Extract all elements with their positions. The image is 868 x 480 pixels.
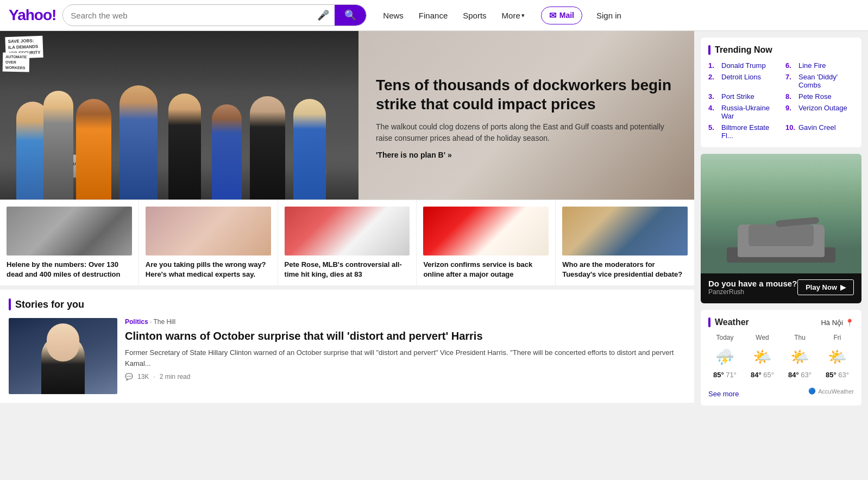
- weather-header: Weather Hà Nội 📍: [708, 317, 854, 327]
- trending-item-7[interactable]: 8. Pete Rose: [785, 92, 854, 101]
- trending-title: Trending Now: [708, 45, 854, 55]
- yahoo-logo[interactable]: Yahoo!: [9, 7, 56, 24]
- trending-text-2: Port Strike: [721, 92, 754, 101]
- trending-num-9: 10.: [785, 123, 796, 132]
- trending-item-3[interactable]: 4. Russia-Ukraine War: [708, 104, 777, 120]
- trending-num-3: 4.: [708, 104, 719, 112]
- hero-text-area: Tens of thousands of dockworkers begin s…: [358, 31, 694, 200]
- content-area: SAVE JOBS:ILA DEMANDSJOB SECURITY AUTOMA…: [0, 31, 694, 412]
- trending-num-1: 2.: [708, 73, 719, 81]
- trending-item-6[interactable]: 7. Sean 'Diddy' Combs: [785, 73, 854, 89]
- main-layout: SAVE JOBS:ILA DEMANDSJOB SECURITY AUTOMA…: [0, 31, 868, 412]
- weather-card: Weather Hà Nội 📍 Today ⛈️ 85° 71° W: [701, 310, 861, 406]
- trending-text-0: Donald Trump: [721, 61, 766, 70]
- weather-temps-3: 85° 63°: [821, 371, 854, 379]
- search-button[interactable]: 🔍: [335, 5, 366, 26]
- story-thumbnail-0[interactable]: [9, 318, 117, 394]
- weather-icon-2: 🌤️: [783, 345, 816, 369]
- hero-headline[interactable]: Tens of thousands of dockworkers begin s…: [376, 76, 677, 114]
- trending-item-5[interactable]: 6. Line Fire: [785, 61, 854, 70]
- trending-num-8: 9.: [785, 104, 796, 112]
- trending-text-9: Gavin Creel: [798, 123, 836, 132]
- nav-more[interactable]: More ▾: [496, 8, 530, 23]
- comment-icon: 💬: [125, 373, 133, 381]
- weather-day-2: Thu 🌤️ 84° 63°: [783, 334, 816, 379]
- news-image-4: [562, 207, 688, 255]
- ad-card: Do you have a mouse? PanzerRush Play Now…: [701, 154, 861, 303]
- story-desc-0: Former Secretary of State Hillary Clinto…: [125, 347, 685, 369]
- weather-icon-0: ⛈️: [708, 345, 741, 369]
- trending-num-0: 1.: [708, 61, 719, 70]
- trending-item-0[interactable]: 1. Donald Trump: [708, 61, 777, 70]
- sidebar: Trending Now 1. Donald Trump 6. Line Fir…: [694, 31, 868, 412]
- trending-item-1[interactable]: 2. Detroit Lions: [708, 73, 777, 89]
- news-image-2: [285, 207, 410, 255]
- news-title-4: Who are the moderators for Tuesday's vic…: [562, 260, 688, 279]
- accu-weather-credit: 🔵 AccuWeather: [808, 388, 854, 395]
- story-read-time-0: 2 min read: [160, 373, 191, 381]
- news-image-1: [146, 207, 271, 255]
- story-card-0: Politics · The Hill Clinton warns of Oct…: [9, 318, 685, 394]
- weather-day-0: Today ⛈️ 85° 71°: [708, 334, 741, 379]
- story-footer-0: 💬 13K · 2 min read: [125, 373, 685, 381]
- weather-location[interactable]: Hà Nội 📍: [821, 319, 854, 327]
- stories-accent-bar: [9, 298, 11, 310]
- trending-num-4: 5.: [708, 123, 719, 132]
- trending-text-1: Detroit Lions: [721, 73, 761, 81]
- news-card-2[interactable]: Pete Rose, MLB's controversial all-time …: [278, 200, 417, 285]
- search-input[interactable]: [63, 7, 312, 24]
- story-headline-0[interactable]: Clinton warns of October surprise that w…: [125, 329, 685, 343]
- weather-day-name-0: Today: [708, 334, 741, 341]
- mail-button[interactable]: ✉ Mail: [541, 7, 582, 24]
- news-title-1: Are you taking pills the wrong way? Here…: [146, 260, 271, 279]
- nav-sports[interactable]: Sports: [457, 8, 492, 23]
- weather-title: Weather: [708, 317, 749, 327]
- trending-text-7: Pete Rose: [798, 92, 832, 101]
- location-pin-icon: 📍: [845, 319, 854, 327]
- weather-see-more[interactable]: See more: [708, 390, 739, 398]
- news-title-3: Verizon confirms service is back online …: [423, 260, 549, 279]
- hero-image[interactable]: SAVE JOBS:ILA DEMANDSJOB SECURITY AUTOMA…: [0, 31, 358, 200]
- hero-link[interactable]: 'There is no plan B' »: [376, 151, 677, 159]
- news-card-3[interactable]: Verizon confirms service is back online …: [417, 200, 556, 285]
- news-card-4[interactable]: Who are the moderators for Tuesday's vic…: [556, 200, 694, 285]
- play-icon: ▶: [840, 283, 846, 291]
- microphone-button[interactable]: 🎤: [312, 6, 335, 24]
- ad-play-button[interactable]: Play Now ▶: [797, 279, 854, 295]
- trending-grid: 1. Donald Trump 6. Line Fire 2. Detroit …: [708, 61, 854, 140]
- weather-icon-3: 🌤️: [821, 345, 854, 369]
- news-title-2: Pete Rose, MLB's controversial all-time …: [285, 260, 410, 279]
- news-title-0: Helene by the numbers: Over 130 dead and…: [7, 260, 132, 279]
- weather-day-1: Wed 🌤️ 84° 65°: [746, 334, 779, 379]
- trending-item-2[interactable]: 3. Port Strike: [708, 92, 777, 101]
- trending-item-4[interactable]: 5. Biltmore Estate Fl...: [708, 123, 777, 140]
- stories-section: Stories for you Politics · The Hill: [0, 290, 694, 403]
- trending-text-5: Line Fire: [798, 61, 826, 70]
- trending-item-9[interactable]: 10. Gavin Creel: [785, 123, 854, 140]
- news-image-0: [7, 207, 132, 255]
- stories-title: Stories for you: [9, 298, 685, 310]
- news-card-1[interactable]: Are you taking pills the wrong way? Here…: [139, 200, 278, 285]
- story-category-0[interactable]: Politics: [125, 318, 148, 326]
- weather-accent-bar: [708, 317, 710, 327]
- accu-icon: 🔵: [808, 388, 816, 395]
- news-image-3: [423, 207, 549, 255]
- weather-days: Today ⛈️ 85° 71° Wed 🌤️ 84° 65°: [708, 334, 854, 379]
- trending-item-8[interactable]: 9. Verizon Outage: [785, 104, 854, 120]
- hero-crowd-image: SAVE JOBS:ILA DEMANDSJOB SECURITY AUTOMA…: [0, 31, 358, 200]
- trending-text-4: Biltmore Estate Fl...: [721, 123, 777, 140]
- hero-section: SAVE JOBS:ILA DEMANDSJOB SECURITY AUTOMA…: [0, 31, 694, 200]
- mail-icon: ✉: [549, 10, 556, 21]
- trending-text-3: Russia-Ukraine War: [721, 104, 777, 120]
- news-card-0[interactable]: Helene by the numbers: Over 130 dead and…: [0, 200, 139, 285]
- weather-day-name-3: Fri: [821, 334, 854, 341]
- news-grid: Helene by the numbers: Over 130 dead and…: [0, 200, 694, 285]
- weather-day-name-1: Wed: [746, 334, 779, 341]
- nav-news[interactable]: News: [378, 8, 409, 23]
- story-comments-0[interactable]: 13K: [137, 373, 149, 381]
- ad-brand: PanzerRush: [708, 288, 797, 296]
- signin-button[interactable]: Sign in: [589, 8, 629, 23]
- nav-finance[interactable]: Finance: [413, 8, 453, 23]
- search-bar: 🎤 🔍: [62, 4, 367, 26]
- header: Yahoo! 🎤 🔍 News Finance Sports More ▾ ✉ …: [0, 0, 868, 31]
